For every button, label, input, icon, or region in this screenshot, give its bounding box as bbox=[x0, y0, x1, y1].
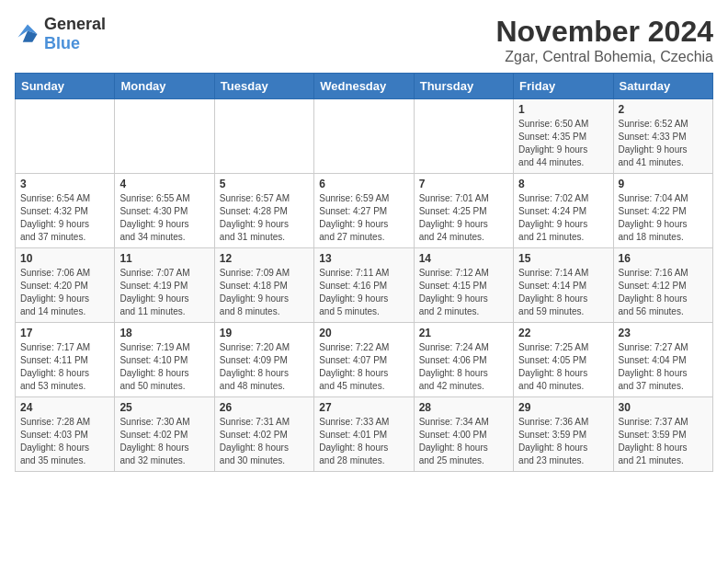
weekday-header-cell: Sunday bbox=[16, 74, 115, 99]
day-info: Sunrise: 7:09 AM Sunset: 4:18 PM Dayligh… bbox=[220, 267, 309, 318]
calendar-day-cell: 21Sunrise: 7:24 AM Sunset: 4:06 PM Dayli… bbox=[414, 323, 513, 397]
weekday-header-cell: Thursday bbox=[414, 74, 513, 99]
day-number: 17 bbox=[20, 327, 109, 339]
day-info: Sunrise: 7:02 AM Sunset: 4:24 PM Dayligh… bbox=[518, 192, 608, 244]
day-info: Sunrise: 7:14 AM Sunset: 4:14 PM Dayligh… bbox=[518, 267, 608, 318]
day-number: 8 bbox=[518, 178, 608, 190]
day-number: 28 bbox=[419, 401, 508, 414]
calendar-day-cell: 16Sunrise: 7:16 AM Sunset: 4:12 PM Dayli… bbox=[613, 248, 712, 323]
calendar-day-cell: 2Sunrise: 6:52 AM Sunset: 4:33 PM Daylig… bbox=[613, 99, 712, 174]
day-info: Sunrise: 7:25 AM Sunset: 4:05 PM Dayligh… bbox=[518, 341, 608, 393]
calendar-day-cell: 15Sunrise: 7:14 AM Sunset: 4:14 PM Dayli… bbox=[514, 248, 613, 323]
day-number: 6 bbox=[319, 178, 408, 190]
calendar-day-cell: 25Sunrise: 7:30 AM Sunset: 4:02 PM Dayli… bbox=[115, 397, 214, 472]
calendar-day-cell: 19Sunrise: 7:20 AM Sunset: 4:09 PM Dayli… bbox=[214, 323, 313, 397]
day-number: 13 bbox=[319, 252, 408, 265]
day-number: 9 bbox=[619, 178, 708, 190]
day-info: Sunrise: 7:17 AM Sunset: 4:11 PM Dayligh… bbox=[20, 341, 109, 393]
day-number: 16 bbox=[619, 252, 708, 265]
day-number: 29 bbox=[518, 401, 608, 414]
calendar-day-cell: 11Sunrise: 7:07 AM Sunset: 4:19 PM Dayli… bbox=[115, 248, 214, 323]
title-block: November 2024 Zgar, Central Bohemia, Cze… bbox=[495, 15, 713, 65]
calendar-title: November 2024 bbox=[495, 15, 713, 49]
calendar-week-row: 17Sunrise: 7:17 AM Sunset: 4:11 PM Dayli… bbox=[16, 323, 713, 397]
logo-blue: Blue bbox=[44, 34, 80, 52]
calendar-table: SundayMondayTuesdayWednesdayThursdayFrid… bbox=[15, 73, 713, 472]
day-info: Sunrise: 7:28 AM Sunset: 4:03 PM Dayligh… bbox=[20, 416, 109, 467]
day-number: 19 bbox=[220, 327, 309, 339]
day-number: 25 bbox=[119, 401, 209, 414]
day-info: Sunrise: 7:27 AM Sunset: 4:04 PM Dayligh… bbox=[619, 341, 708, 393]
calendar-day-cell: 1Sunrise: 6:50 AM Sunset: 4:35 PM Daylig… bbox=[514, 99, 613, 174]
weekday-header-cell: Tuesday bbox=[214, 74, 313, 99]
day-number: 7 bbox=[419, 178, 508, 190]
calendar-body: 1Sunrise: 6:50 AM Sunset: 4:35 PM Daylig… bbox=[16, 99, 713, 472]
day-info: Sunrise: 6:50 AM Sunset: 4:35 PM Dayligh… bbox=[518, 118, 608, 169]
logo-general: General bbox=[44, 15, 106, 33]
day-info: Sunrise: 7:06 AM Sunset: 4:20 PM Dayligh… bbox=[20, 267, 109, 318]
header: General Blue November 2024 Zgar, Central… bbox=[15, 15, 713, 65]
day-number: 26 bbox=[220, 401, 309, 414]
calendar-day-cell: 10Sunrise: 7:06 AM Sunset: 4:20 PM Dayli… bbox=[16, 248, 115, 323]
day-number: 1 bbox=[518, 103, 608, 116]
calendar-day-cell: 29Sunrise: 7:36 AM Sunset: 3:59 PM Dayli… bbox=[514, 397, 613, 472]
day-info: Sunrise: 7:19 AM Sunset: 4:10 PM Dayligh… bbox=[119, 341, 209, 393]
day-info: Sunrise: 7:22 AM Sunset: 4:07 PM Dayligh… bbox=[319, 341, 408, 393]
weekday-header-row: SundayMondayTuesdayWednesdayThursdayFrid… bbox=[16, 74, 713, 99]
calendar-day-cell bbox=[414, 99, 513, 174]
calendar-day-cell: 8Sunrise: 7:02 AM Sunset: 4:24 PM Daylig… bbox=[514, 174, 613, 248]
calendar-day-cell: 26Sunrise: 7:31 AM Sunset: 4:02 PM Dayli… bbox=[214, 397, 313, 472]
day-number: 10 bbox=[20, 252, 109, 265]
calendar-day-cell: 13Sunrise: 7:11 AM Sunset: 4:16 PM Dayli… bbox=[314, 248, 414, 323]
calendar-day-cell: 12Sunrise: 7:09 AM Sunset: 4:18 PM Dayli… bbox=[214, 248, 313, 323]
day-info: Sunrise: 7:30 AM Sunset: 4:02 PM Dayligh… bbox=[119, 416, 209, 467]
calendar-day-cell bbox=[16, 99, 115, 174]
day-info: Sunrise: 7:24 AM Sunset: 4:06 PM Dayligh… bbox=[419, 341, 508, 393]
calendar-day-cell: 5Sunrise: 6:57 AM Sunset: 4:28 PM Daylig… bbox=[214, 174, 313, 248]
day-info: Sunrise: 7:37 AM Sunset: 3:59 PM Dayligh… bbox=[619, 416, 708, 467]
calendar-day-cell: 6Sunrise: 6:59 AM Sunset: 4:27 PM Daylig… bbox=[314, 174, 414, 248]
calendar-week-row: 24Sunrise: 7:28 AM Sunset: 4:03 PM Dayli… bbox=[16, 397, 713, 472]
day-info: Sunrise: 6:52 AM Sunset: 4:33 PM Dayligh… bbox=[619, 118, 708, 169]
logo: General Blue bbox=[15, 15, 106, 53]
day-info: Sunrise: 7:07 AM Sunset: 4:19 PM Dayligh… bbox=[119, 267, 209, 318]
day-info: Sunrise: 7:04 AM Sunset: 4:22 PM Dayligh… bbox=[619, 192, 708, 244]
weekday-header-cell: Saturday bbox=[613, 74, 712, 99]
day-number: 20 bbox=[319, 327, 408, 339]
day-number: 18 bbox=[119, 327, 209, 339]
calendar-day-cell: 22Sunrise: 7:25 AM Sunset: 4:05 PM Dayli… bbox=[514, 323, 613, 397]
calendar-day-cell: 28Sunrise: 7:34 AM Sunset: 4:00 PM Dayli… bbox=[414, 397, 513, 472]
day-info: Sunrise: 7:33 AM Sunset: 4:01 PM Dayligh… bbox=[319, 416, 408, 467]
day-number: 5 bbox=[220, 178, 309, 190]
calendar-day-cell: 9Sunrise: 7:04 AM Sunset: 4:22 PM Daylig… bbox=[613, 174, 712, 248]
calendar-week-row: 3Sunrise: 6:54 AM Sunset: 4:32 PM Daylig… bbox=[16, 174, 713, 248]
day-number: 30 bbox=[619, 401, 708, 414]
weekday-header-cell: Wednesday bbox=[314, 74, 414, 99]
calendar-day-cell: 20Sunrise: 7:22 AM Sunset: 4:07 PM Dayli… bbox=[314, 323, 414, 397]
calendar-day-cell: 14Sunrise: 7:12 AM Sunset: 4:15 PM Dayli… bbox=[414, 248, 513, 323]
day-number: 27 bbox=[319, 401, 408, 414]
day-info: Sunrise: 7:34 AM Sunset: 4:00 PM Dayligh… bbox=[419, 416, 508, 467]
calendar-week-row: 1Sunrise: 6:50 AM Sunset: 4:35 PM Daylig… bbox=[16, 99, 713, 174]
day-number: 14 bbox=[419, 252, 508, 265]
day-number: 21 bbox=[419, 327, 508, 339]
day-number: 4 bbox=[119, 178, 209, 190]
day-info: Sunrise: 6:57 AM Sunset: 4:28 PM Dayligh… bbox=[220, 192, 309, 244]
day-info: Sunrise: 7:01 AM Sunset: 4:25 PM Dayligh… bbox=[419, 192, 508, 244]
day-info: Sunrise: 7:20 AM Sunset: 4:09 PM Dayligh… bbox=[220, 341, 309, 393]
calendar-day-cell: 24Sunrise: 7:28 AM Sunset: 4:03 PM Dayli… bbox=[16, 397, 115, 472]
calendar-day-cell bbox=[214, 99, 313, 174]
day-number: 23 bbox=[619, 327, 708, 339]
day-info: Sunrise: 7:11 AM Sunset: 4:16 PM Dayligh… bbox=[319, 267, 408, 318]
calendar-day-cell: 30Sunrise: 7:37 AM Sunset: 3:59 PM Dayli… bbox=[613, 397, 712, 472]
calendar-day-cell: 3Sunrise: 6:54 AM Sunset: 4:32 PM Daylig… bbox=[16, 174, 115, 248]
calendar-day-cell: 17Sunrise: 7:17 AM Sunset: 4:11 PM Dayli… bbox=[16, 323, 115, 397]
day-number: 11 bbox=[119, 252, 209, 265]
calendar-day-cell: 23Sunrise: 7:27 AM Sunset: 4:04 PM Dayli… bbox=[613, 323, 712, 397]
day-number: 24 bbox=[20, 401, 109, 414]
calendar-day-cell: 18Sunrise: 7:19 AM Sunset: 4:10 PM Dayli… bbox=[115, 323, 214, 397]
day-info: Sunrise: 6:55 AM Sunset: 4:30 PM Dayligh… bbox=[119, 192, 209, 244]
day-info: Sunrise: 7:31 AM Sunset: 4:02 PM Dayligh… bbox=[220, 416, 309, 467]
day-info: Sunrise: 6:59 AM Sunset: 4:27 PM Dayligh… bbox=[319, 192, 408, 244]
day-info: Sunrise: 7:36 AM Sunset: 3:59 PM Dayligh… bbox=[518, 416, 608, 467]
